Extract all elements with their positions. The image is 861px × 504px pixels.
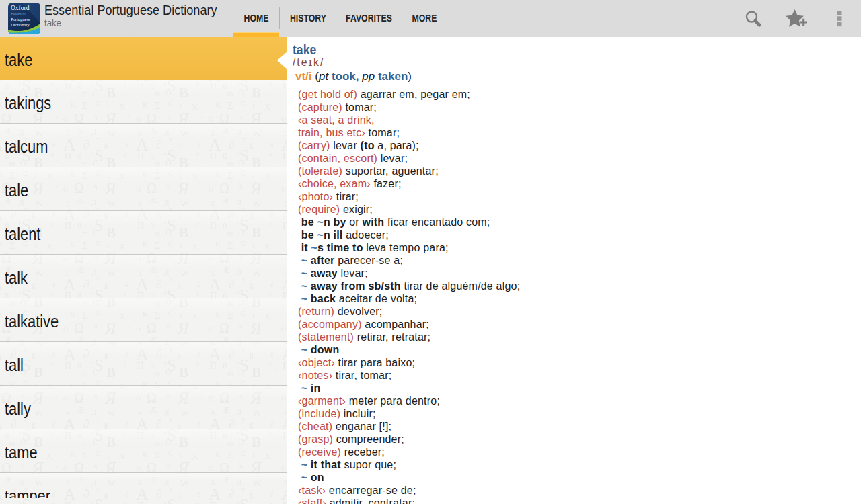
svg-text:Essential: Essential (11, 12, 26, 16)
svg-text:Portuguese: Portuguese (11, 17, 30, 22)
svg-text:Dictionary: Dictionary (11, 22, 30, 27)
svg-text:Oxford: Oxford (11, 5, 30, 11)
